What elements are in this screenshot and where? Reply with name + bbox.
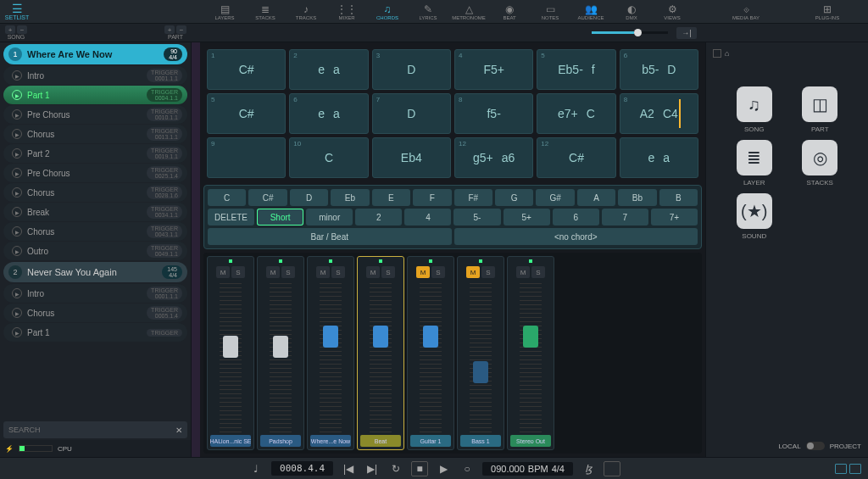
next-marker-button[interactable]: ▶| xyxy=(364,461,381,476)
chord-root-f#[interactable]: F# xyxy=(454,189,492,206)
chord-cell[interactable]: 2ea xyxy=(289,49,368,90)
solo-button[interactable]: S xyxy=(281,266,295,278)
chord-mod-button[interactable]: 5- xyxy=(453,209,500,226)
part-row[interactable]: ▶Pre ChorusTRIGGER0025.1.4 xyxy=(3,164,187,182)
chord-mod-button[interactable]: minor xyxy=(306,209,353,226)
tab-audience[interactable]: 👥AUDIENCE xyxy=(572,0,609,23)
chord-root-bb[interactable]: Bb xyxy=(618,189,656,206)
chord-cell[interactable]: e7+C xyxy=(537,93,615,134)
fader[interactable] xyxy=(323,326,338,348)
part-row[interactable]: ▶IntroTRIGGER0001.1.1 xyxy=(3,66,187,85)
chord-cell[interactable]: 12g5+a6 xyxy=(454,137,533,178)
search-input[interactable] xyxy=(8,426,175,434)
chord-mod-button[interactable]: 2 xyxy=(355,209,402,226)
track-overview-strip[interactable] xyxy=(192,42,200,457)
short-button[interactable]: Short xyxy=(257,209,303,226)
tab-stacks[interactable]: ≣STACKS xyxy=(247,0,284,23)
chord-root-d[interactable]: D xyxy=(290,189,328,206)
chord-cell[interactable]: 8f5- xyxy=(454,93,533,134)
song-remove-button[interactable]: − xyxy=(17,25,27,34)
chord-root-g[interactable]: G xyxy=(495,189,533,206)
mute-button[interactable]: M xyxy=(466,266,480,278)
chord-cell[interactable]: 6b5-D xyxy=(620,49,698,90)
local-project-toggle[interactable] xyxy=(806,442,825,450)
media-layer[interactable]: ≣LAYER xyxy=(725,140,784,187)
solo-button[interactable]: S xyxy=(481,266,495,278)
home-icon[interactable]: ⌂ xyxy=(725,49,729,58)
solo-button[interactable]: S xyxy=(531,266,545,278)
fader[interactable] xyxy=(273,336,288,358)
part-row[interactable]: ▶ChorusTRIGGER0028.1.6 xyxy=(3,183,187,202)
chord-cell[interactable]: 9 xyxy=(207,137,286,178)
tab-views[interactable]: ⚙VIEWS xyxy=(654,0,691,23)
fader[interactable] xyxy=(473,361,488,383)
metronome-icon[interactable]: ♩ xyxy=(248,461,264,476)
chord-mod-button[interactable]: 7+ xyxy=(651,209,698,226)
chord-cell[interactable]: Eb4 xyxy=(372,137,451,178)
setlist-toggle[interactable]: ☰ SETLIST xyxy=(0,0,34,24)
media-checkbox[interactable] xyxy=(713,49,721,58)
solo-button[interactable]: S xyxy=(431,266,445,278)
part-row[interactable]: ▶OutroTRIGGER0049.1.1 xyxy=(3,242,187,260)
chord-root-c#[interactable]: C# xyxy=(248,189,287,206)
search-clear-button[interactable]: ✕ xyxy=(175,426,182,435)
tab-lyrics[interactable]: ✎LYRICS xyxy=(409,0,447,23)
part-row[interactable]: ▶Part 1TRIGGER xyxy=(3,323,187,342)
part-row[interactable]: ▶Part 2TRIGGER0019.1.1 xyxy=(3,144,187,163)
chord-cell[interactable]: 6ea xyxy=(289,93,368,134)
part-remove-button[interactable]: − xyxy=(176,25,186,34)
bar-beat-button[interactable]: Bar / Beat xyxy=(208,228,452,245)
no-chord-button[interactable]: <no chord> xyxy=(454,228,698,245)
song-row[interactable]: 1Where Are We Now904/4 xyxy=(3,44,187,64)
tab-beat[interactable]: ◉BEAT xyxy=(491,0,528,23)
delete-button[interactable]: DELETE xyxy=(208,209,254,226)
mute-button[interactable]: M xyxy=(316,266,330,278)
tab-dmx[interactable]: ◐DMX xyxy=(613,0,650,23)
part-row[interactable]: ▶ChorusTRIGGER0043.1.1 xyxy=(3,222,187,241)
tab-notes[interactable]: ▭NOTES xyxy=(531,0,569,23)
chord-cell[interactable]: ea xyxy=(620,137,698,178)
fader[interactable] xyxy=(223,336,238,358)
tab-metronome[interactable]: △METRONOME xyxy=(450,0,487,23)
fader[interactable] xyxy=(423,326,438,348)
mute-button[interactable]: M xyxy=(266,266,280,278)
play-button[interactable]: ▶ xyxy=(435,461,452,476)
mute-button[interactable]: M xyxy=(516,266,530,278)
song-row[interactable]: 2Never Saw You Again1454/4 xyxy=(3,262,187,282)
prev-marker-button[interactable]: |◀ xyxy=(340,461,357,476)
record-button[interactable]: ○ xyxy=(459,461,476,476)
chord-root-c[interactable]: C xyxy=(208,189,246,206)
media-stacks[interactable]: ◎STACKS xyxy=(791,140,850,187)
fader[interactable] xyxy=(523,326,538,348)
chord-root-eb[interactable]: Eb xyxy=(331,189,369,206)
media-song[interactable]: ♫SONG xyxy=(725,86,784,133)
mute-button[interactable]: M xyxy=(416,266,430,278)
chord-cell[interactable]: 5C# xyxy=(207,93,286,134)
chord-cell[interactable]: 7D xyxy=(372,93,451,134)
fader[interactable] xyxy=(373,326,388,348)
part-row[interactable]: ▶ChorusTRIGGER0005.1.4 xyxy=(3,304,187,322)
window-layout-1[interactable] xyxy=(835,464,847,474)
solo-button[interactable]: S xyxy=(331,266,345,278)
chord-cell[interactable]: 12C# xyxy=(537,137,615,178)
sync-button[interactable] xyxy=(604,461,620,476)
chord-mod-button[interactable]: 4 xyxy=(404,209,451,226)
click-icon[interactable]: ɮ xyxy=(580,461,597,476)
tempo-display[interactable]: 090.000BPM4/4 xyxy=(482,462,573,476)
chord-mod-button[interactable]: 5+ xyxy=(504,209,550,226)
chord-cell[interactable]: 1C# xyxy=(207,49,286,90)
chord-root-e[interactable]: E xyxy=(372,189,410,206)
panic-button[interactable]: ⚡ xyxy=(5,445,14,453)
mute-button[interactable]: M xyxy=(216,266,230,278)
chord-mod-button[interactable]: 7 xyxy=(602,209,648,226)
jump-end-button[interactable]: →| xyxy=(676,27,697,39)
loop-button[interactable]: ↻ xyxy=(387,461,404,476)
tab-mixer[interactable]: ⋮⋮MIXER xyxy=(328,0,365,23)
mute-button[interactable]: M xyxy=(366,266,380,278)
part-row[interactable]: ▶Pre ChorusTRIGGER0010.1.1 xyxy=(3,105,187,124)
tab-chords[interactable]: ♫CHORDS xyxy=(369,0,406,23)
tab-layers[interactable]: ▤LAYERS xyxy=(206,0,243,23)
part-add-button[interactable]: + xyxy=(164,25,175,34)
chord-root-f[interactable]: F xyxy=(413,189,451,206)
stop-button[interactable]: ■ xyxy=(411,461,428,476)
